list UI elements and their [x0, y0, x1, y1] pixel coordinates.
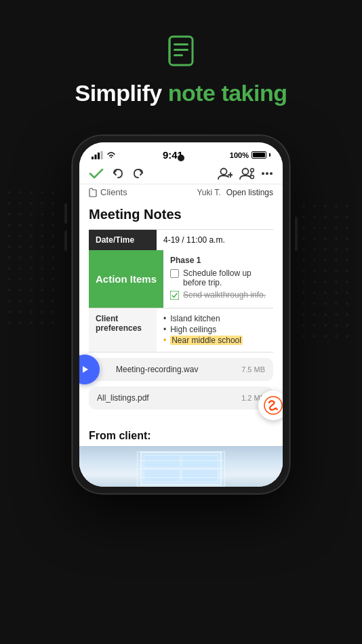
blinds: [79, 446, 283, 487]
blind-slat-3: [139, 469, 223, 478]
svg-rect-23: [170, 291, 179, 300]
open-listings-link[interactable]: Open listings: [226, 188, 273, 197]
adobe-sign-badge: [258, 390, 283, 420]
redo-button[interactable]: [132, 168, 144, 179]
checklist-item-1: Schedule follow up before trip.: [170, 268, 266, 287]
adobe-sign-icon: [264, 396, 283, 415]
share-button[interactable]: [239, 167, 254, 180]
table-row-preferences: Client preferences • Island kitchen • Hi…: [89, 308, 273, 353]
checkbox-unchecked[interactable]: [170, 269, 179, 278]
table-row-datetime: Date/Time 4-19 / 11:00 a.m.: [89, 229, 273, 250]
svg-point-13: [221, 169, 227, 175]
more-button[interactable]: [261, 172, 273, 176]
svg-marker-24: [83, 366, 88, 373]
check-button[interactable]: [89, 168, 104, 179]
header-section: Simplify note taking: [0, 0, 362, 106]
svg-rect-6: [174, 49, 188, 51]
from-client-label: From client:: [79, 427, 283, 446]
pref-item-1: • Island kitchen: [163, 314, 266, 323]
svg-rect-3: [301, 203, 355, 339]
phase-label: Phase 1: [170, 256, 266, 265]
wifi-icon: [106, 151, 116, 159]
svg-point-21: [266, 172, 268, 175]
svg-point-20: [262, 172, 264, 175]
front-camera: [178, 155, 184, 161]
toolbar-left: [89, 168, 144, 179]
battery-tip: [269, 153, 270, 157]
audio-filesize: 7.5 MB: [241, 365, 265, 374]
attachments-section: Meeting-recording.wav 7.5 MB All_listing…: [79, 353, 283, 420]
pdf-filename: All_listings.pdf: [97, 393, 236, 403]
svg-rect-7: [174, 54, 183, 56]
side-button-volume-down: [64, 230, 67, 251]
toolbar: [79, 163, 283, 184]
app-icon: [163, 33, 199, 69]
audio-filename: Meeting-recording.wav: [116, 365, 236, 374]
headline: Simplify note taking: [0, 80, 362, 106]
room-image-inner: [79, 446, 283, 487]
action-items-label: Action Items: [89, 250, 163, 308]
side-button-power: [295, 217, 298, 251]
pref-text-1: Island kitchen: [170, 314, 220, 323]
document-content: Meeting Notes Date/Time 4-19 / 11:00 a.m…: [79, 200, 283, 353]
phone-screen: 9:41 100%: [79, 142, 283, 487]
bullet-dot-2: •: [163, 325, 166, 334]
svg-rect-1: [7, 190, 61, 325]
headline-green: note taking: [168, 80, 287, 106]
phone-mockup: 9:41 100%: [73, 136, 289, 494]
pref-item-2: • High ceilings: [163, 325, 266, 334]
status-right: 100%: [230, 151, 270, 159]
blinds-outer: [137, 451, 225, 487]
add-user-button[interactable]: [218, 167, 233, 180]
folder-icon: [89, 188, 97, 197]
toolbar-right: [218, 167, 273, 180]
phone-outer: 9:41 100%: [73, 136, 289, 494]
headline-static: Simplify: [75, 80, 167, 106]
svg-rect-11: [98, 153, 100, 159]
breadcrumb-left: Clients: [89, 187, 127, 197]
status-left: [92, 151, 116, 159]
document-title: Meeting Notes: [89, 207, 273, 222]
preferences-label: Client preferences: [89, 308, 157, 352]
datetime-value: 4-19 / 11:00 a.m.: [157, 230, 273, 250]
datetime-label: Date/Time: [89, 230, 157, 250]
bullet-dot-3: •: [163, 336, 166, 345]
pref-text-2: High ceilings: [170, 325, 216, 334]
breadcrumb-folder[interactable]: Clients: [100, 187, 127, 197]
svg-point-22: [270, 172, 273, 175]
svg-rect-12: [101, 151, 103, 159]
action-items-content: Phase 1 Schedule follow up before trip.: [163, 250, 273, 308]
svg-rect-5: [174, 43, 188, 45]
svg-point-25: [264, 397, 282, 414]
bg-dots-left: [7, 190, 61, 325]
room-image: [79, 446, 283, 487]
play-button[interactable]: [79, 355, 100, 384]
task-text-1: Schedule follow up before trip.: [183, 268, 266, 287]
pref-text-3: Near middle school: [170, 336, 243, 345]
svg-point-19: [251, 176, 254, 179]
svg-point-16: [243, 169, 249, 175]
breadcrumb-right: Yuki T. Open listings: [197, 188, 273, 197]
svg-rect-9: [92, 157, 94, 159]
blind-slat-2: [139, 461, 223, 470]
pref-item-3: • Near middle school: [163, 336, 266, 345]
svg-rect-10: [95, 155, 97, 159]
battery-icon: [252, 151, 266, 159]
status-time: 9:41: [116, 149, 230, 161]
breadcrumb-bar: Clients Yuki T. Open listings: [79, 184, 283, 200]
bg-dots-right: [301, 203, 355, 339]
checkbox-checked[interactable]: [170, 291, 179, 300]
checklist-item-2: Send walkthrough info.: [170, 290, 266, 300]
file-row-pdf: All_listings.pdf 1.2 MB: [89, 386, 273, 409]
breadcrumb-user: Yuki T.: [197, 188, 220, 197]
battery-percentage: 100%: [230, 151, 249, 159]
undo-button[interactable]: [112, 168, 124, 179]
preferences-content: • Island kitchen • High ceilings • Near …: [157, 308, 273, 352]
task-text-2: Send walkthrough info.: [183, 290, 266, 300]
signal-icon: [92, 151, 104, 159]
side-button-volume-up: [64, 203, 67, 224]
file-row-audio: Meeting-recording.wav 7.5 MB: [89, 358, 273, 381]
bullet-dot: •: [163, 314, 166, 323]
blind-slat-1: [139, 452, 223, 461]
svg-rect-8: [168, 39, 171, 62]
